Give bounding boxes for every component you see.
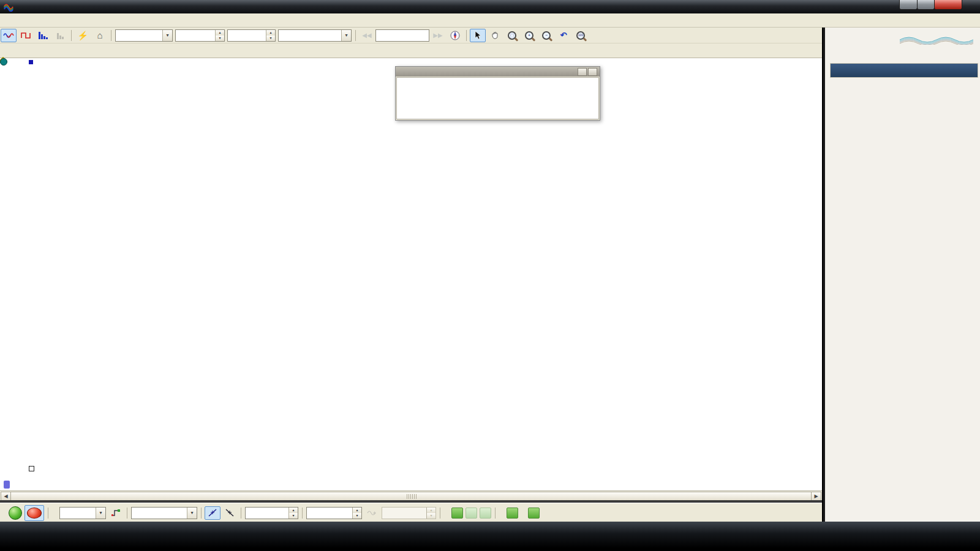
timebase-value [116,30,122,41]
zoom-factor-value [176,30,215,41]
properties-header[interactable] [831,64,978,77]
spinner-arrows[interactable]: ▴▾ [426,508,435,519]
trigger-mode-select[interactable]: ▾ [59,507,106,519]
normal-selection-tool[interactable] [470,29,486,42]
pico-logo-waves [900,35,973,45]
rulers-button[interactable] [507,508,518,519]
separator [241,508,241,519]
channels-toolbar [0,43,822,58]
double-right-arrow-icon: ▶▶ [433,32,442,39]
minimize-button[interactable] [899,0,918,10]
properties-panel [830,63,978,78]
spinner-arrows[interactable]: ▴▾ [266,30,275,41]
separator [127,508,127,519]
timebase-select[interactable]: ▾ [115,29,173,42]
trigger-level-value [246,508,288,519]
close-button[interactable] [934,0,962,10]
pico-logo [900,35,973,47]
mixed-view-button[interactable] [52,29,68,42]
maximize-button[interactable] [917,0,935,10]
capture-control-toolbar: ▾ ▾ ▴▾ ▴▾ ▴▾ [0,503,822,522]
zoom-overview-close-button[interactable] [588,68,597,76]
compass-icon [450,31,460,40]
samples-value [228,30,266,41]
persistence-view-button[interactable] [18,29,34,42]
horizontal-scrollbar[interactable]: ◀ ▶ [0,490,822,501]
zoom-overview-waveform [397,78,597,117]
chevron-down-icon: ▾ [187,508,197,519]
square-wave-icon [21,32,31,39]
falling-edge-button[interactable] [222,506,238,520]
scrollbar-grip [407,494,417,499]
chevron-down-icon: ▾ [341,30,351,41]
edit-measurement-button[interactable] [480,508,491,519]
spinner-arrows[interactable]: ▴▾ [288,508,298,519]
separator [440,508,440,519]
separator [71,30,72,41]
scope-view-button[interactable] [1,29,17,42]
channel-a-bottom-marker[interactable] [29,466,34,471]
separator [355,30,356,41]
add-measurement-button[interactable] [451,508,463,519]
delay-wave-icon [367,509,377,517]
trigger-level-spinner[interactable]: ▴▾ [245,507,298,519]
resolution-value [279,30,285,41]
separator [201,508,202,519]
rising-edge-button[interactable] [205,506,221,520]
separator [466,30,467,41]
double-left-arrow-icon: ◀◀ [362,32,371,39]
advanced-trigger-icon [111,509,121,517]
zoom-overview-window[interactable] [395,66,600,121]
cursor-arrow-icon [474,31,481,40]
zoom-overview-body[interactable] [396,77,599,119]
next-buffer-button[interactable]: ▶▶ [430,29,446,42]
post-trigger-value [382,508,426,519]
buffer-navigator-button[interactable] [447,29,463,42]
sine-wave-icon [3,32,14,39]
trigger-source-select[interactable]: ▾ [131,507,197,519]
pre-trigger-value [307,508,352,519]
channel-a-top-marker[interactable] [29,60,33,64]
zoom-selection-icon: ⬚ [508,31,516,40]
buffer-position-box[interactable] [375,29,429,42]
windows-taskbar [0,522,980,551]
zoom-out-tool[interactable]: − [538,29,554,42]
undo-arrow-icon: ↶ [560,31,567,40]
stop-button-selected[interactable] [24,505,44,521]
pre-trigger-spinner[interactable]: ▴▾ [306,507,362,519]
zoom-overview-minimize-button[interactable] [578,68,587,76]
spectrum-gray-icon [57,32,64,39]
zoom-full-button[interactable]: 100 [573,29,589,42]
spinner-arrows[interactable]: ▴▾ [215,30,224,41]
post-trigger-toggle[interactable] [364,506,380,520]
zoom-out-icon: − [542,31,551,40]
zoom-100-icon: 100 [576,31,585,40]
home-button[interactable]: ⌂ [92,29,108,42]
capture-end-marker [0,58,7,66]
zoom-factor-spinner[interactable]: ▴▾ [175,29,225,42]
scope-plot-area[interactable] [0,58,822,490]
spectrum-view-button[interactable] [35,29,51,42]
waveform-plot[interactable] [29,62,819,468]
remove-measurement-button[interactable] [466,508,477,519]
post-trigger-spinner[interactable]: ▴▾ [382,507,436,519]
undo-zoom-button[interactable]: ↶ [556,29,571,42]
hand-icon [491,31,499,40]
notes-button[interactable] [528,508,540,519]
prev-buffer-button[interactable]: ◀◀ [359,29,375,42]
spinner-arrows[interactable]: ▴▾ [352,508,361,519]
falling-edge-icon [225,509,235,517]
run-button[interactable] [9,506,22,520]
samples-spinner[interactable]: ▴▾ [227,29,276,42]
marquee-zoom-tool[interactable]: ⬚ [504,29,520,42]
advanced-trigger-button[interactable] [108,506,124,520]
stop-icon [27,508,42,519]
separator [48,508,48,519]
right-panel [823,28,980,522]
hand-tool[interactable] [487,29,503,42]
auto-setup-button[interactable]: ⚡ [75,29,91,42]
zoom-in-tool[interactable]: + [521,29,537,42]
zoom-overview-titlebar[interactable] [396,67,600,77]
resolution-select[interactable]: ▾ [278,29,352,42]
chevron-down-icon: ▾ [162,30,172,41]
